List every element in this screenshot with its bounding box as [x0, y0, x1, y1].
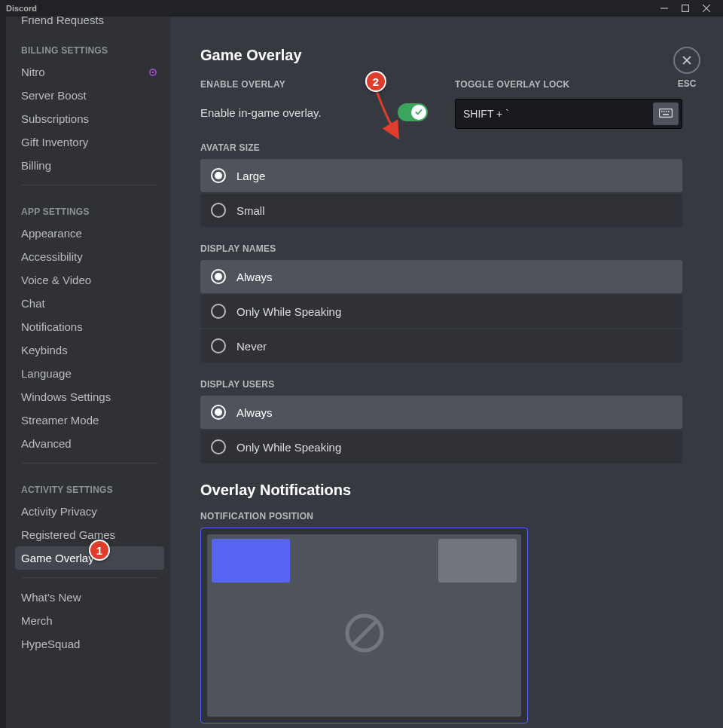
- sidebar-item-nitro[interactable]: Nitro: [15, 60, 164, 84]
- sidebar-item-hypesquad[interactable]: HypeSquad: [15, 632, 164, 656]
- position-top-right[interactable]: [438, 539, 517, 583]
- svg-rect-11: [666, 111, 667, 112]
- display-users-group: Always Only While Speaking: [200, 396, 682, 463]
- divider: [21, 577, 158, 578]
- close-button[interactable]: [696, 0, 717, 17]
- notification-position-picker: [200, 528, 528, 723]
- titlebar: Discord: [0, 0, 723, 17]
- sidebar-item-accessibility[interactable]: Accessibility: [15, 245, 164, 268]
- svg-rect-12: [668, 111, 670, 112]
- sidebar-item-whats-new[interactable]: What's New: [15, 586, 164, 609]
- sidebar-header-billing: BILLING SETTINGS: [15, 32, 164, 60]
- sidebar-item-billing[interactable]: Billing: [15, 154, 164, 177]
- position-top-left[interactable]: [212, 539, 290, 583]
- sidebar-item-merch[interactable]: Merch: [15, 609, 164, 632]
- sidebar-item-windows-settings[interactable]: Windows Settings: [15, 385, 164, 408]
- keybind-record-button[interactable]: [653, 102, 679, 125]
- radio-icon: [211, 168, 226, 183]
- nitro-badge-icon: [148, 67, 158, 78]
- radio-names-always[interactable]: Always: [200, 260, 682, 293]
- sidebar-header-app: APP SETTINGS: [15, 193, 164, 222]
- notification-position-canvas: [207, 534, 521, 717]
- page-title: Game Overlay: [200, 47, 682, 64]
- keybind-value: SHIFT + `: [456, 108, 650, 120]
- enable-lock-row: ENABLE OVERLAY Enable in-game overlay. T…: [200, 79, 682, 129]
- toggle-lock-label: TOGGLE OVERLAY LOCK: [455, 79, 682, 90]
- enable-overlay-label: ENABLE OVERLAY: [200, 79, 428, 90]
- svg-rect-9: [661, 111, 663, 112]
- guild-strip: [0, 17, 6, 728]
- minimize-button[interactable]: [654, 0, 675, 17]
- avatar-size-label: AVATAR SIZE: [200, 142, 682, 153]
- main-inner: Game Overlay ENABLE OVERLAY Enable in-ga…: [170, 17, 712, 728]
- titlebar-title: Discord: [6, 4, 654, 13]
- app-body: Friend Requests BILLING SETTINGS Nitro S…: [0, 17, 723, 728]
- enable-overlay-toggle[interactable]: [398, 103, 428, 121]
- settings-main[interactable]: ESC Game Overlay ENABLE OVERLAY Enable i…: [170, 17, 723, 728]
- sidebar-item-server-boost[interactable]: Server Boost: [15, 84, 164, 107]
- svg-rect-8: [660, 109, 673, 118]
- app-window: Discord Friend Requests BILLING SETTINGS…: [0, 0, 723, 728]
- sidebar-item-streamer-mode[interactable]: Streamer Mode: [15, 408, 164, 432]
- radio-users-always[interactable]: Always: [200, 396, 682, 429]
- sidebar-item-appearance[interactable]: Appearance: [15, 222, 164, 245]
- divider: [21, 463, 158, 463]
- radio-icon: [211, 304, 226, 319]
- radio-users-speaking[interactable]: Only While Speaking: [200, 430, 682, 463]
- radio-icon: [211, 203, 226, 218]
- toggle-knob: [411, 105, 426, 120]
- svg-point-5: [152, 71, 154, 73]
- keybind-input[interactable]: SHIFT + `: [455, 99, 682, 129]
- notification-position-label: NOTIFICATION POSITION: [200, 511, 682, 522]
- divider: [21, 185, 158, 185]
- radio-icon: [211, 269, 226, 284]
- radio-avatar-small[interactable]: Small: [200, 194, 682, 227]
- sidebar-item-chat[interactable]: Chat: [15, 292, 164, 315]
- sidebar-item-friend-requests[interactable]: Friend Requests: [15, 17, 164, 32]
- svg-rect-1: [682, 5, 689, 12]
- svg-line-15: [352, 621, 377, 645]
- sidebar-item-keybinds[interactable]: Keybinds: [15, 338, 164, 362]
- sidebar-item-voice-video[interactable]: Voice & Video: [15, 268, 164, 292]
- radio-names-speaking[interactable]: Only While Speaking: [200, 295, 682, 328]
- window-controls: [654, 0, 717, 17]
- avatar-size-group: Large Small: [200, 159, 682, 227]
- sidebar-item-language[interactable]: Language: [15, 362, 164, 385]
- position-disabled-icon[interactable]: [343, 612, 386, 657]
- sidebar-item-registered-games[interactable]: Registered Games: [15, 523, 164, 546]
- sidebar-item-activity-privacy[interactable]: Activity Privacy: [15, 500, 164, 523]
- display-names-group: Always Only While Speaking Never: [200, 260, 682, 362]
- radio-names-never[interactable]: Never: [200, 329, 682, 362]
- radio-icon: [211, 439, 226, 454]
- radio-icon: [211, 338, 226, 353]
- enable-overlay-text: Enable in-game overlay.: [200, 106, 322, 119]
- sidebar-item-subscriptions[interactable]: Subscriptions: [15, 107, 164, 130]
- toggle-lock-section: TOGGLE OVERLAY LOCK SHIFT + `: [455, 79, 682, 129]
- sidebar-item-gift-inventory[interactable]: Gift Inventory: [15, 130, 164, 154]
- maximize-button[interactable]: [675, 0, 696, 17]
- svg-rect-10: [664, 111, 665, 112]
- svg-rect-13: [663, 114, 669, 115]
- keyboard-icon: [659, 107, 673, 121]
- annotation-1: 1: [89, 540, 110, 561]
- annotation-2: 2: [365, 71, 386, 92]
- settings-sidebar[interactable]: Friend Requests BILLING SETTINGS Nitro S…: [6, 17, 170, 728]
- enable-overlay-section: ENABLE OVERLAY Enable in-game overlay.: [200, 79, 428, 129]
- sidebar-item-advanced[interactable]: Advanced: [15, 432, 164, 455]
- radio-icon: [211, 405, 226, 420]
- display-names-label: DISPLAY NAMES: [200, 243, 682, 254]
- display-users-label: DISPLAY USERS: [200, 379, 682, 390]
- radio-avatar-large[interactable]: Large: [200, 159, 682, 192]
- sidebar-header-activity: ACTIVITY SETTINGS: [15, 471, 164, 500]
- sidebar-item-notifications[interactable]: Notifications: [15, 315, 164, 338]
- overlay-notifications-title: Overlay Notifications: [200, 482, 682, 499]
